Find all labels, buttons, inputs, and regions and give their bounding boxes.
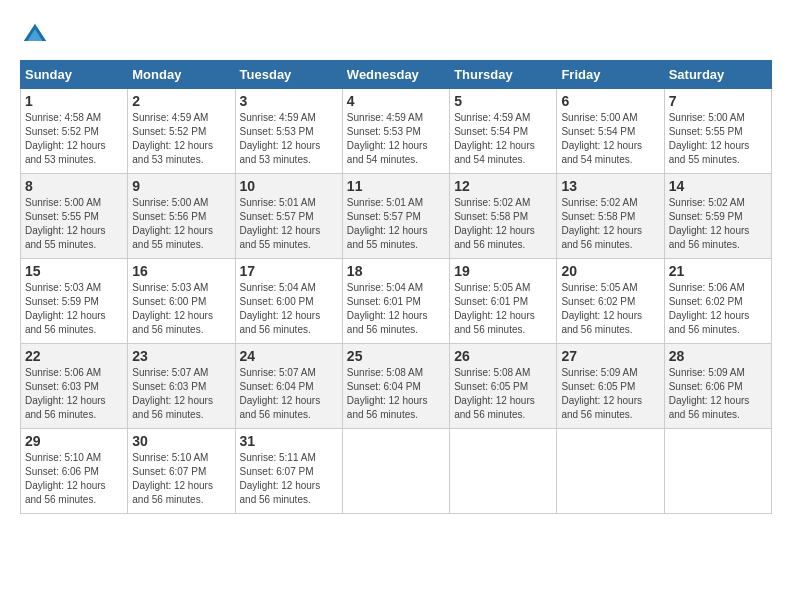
day-info: Sunrise: 5:08 AM Sunset: 6:05 PM Dayligh…: [454, 366, 552, 422]
day-info: Sunrise: 5:09 AM Sunset: 6:05 PM Dayligh…: [561, 366, 659, 422]
day-number: 4: [347, 93, 445, 109]
day-number: 15: [25, 263, 123, 279]
day-number: 18: [347, 263, 445, 279]
day-number: 12: [454, 178, 552, 194]
calendar-cell: 8 Sunrise: 5:00 AM Sunset: 5:55 PM Dayli…: [21, 174, 128, 259]
day-number: 9: [132, 178, 230, 194]
day-info: Sunrise: 5:01 AM Sunset: 5:57 PM Dayligh…: [347, 196, 445, 252]
calendar-cell: 19 Sunrise: 5:05 AM Sunset: 6:01 PM Dayl…: [450, 259, 557, 344]
day-info: Sunrise: 5:07 AM Sunset: 6:04 PM Dayligh…: [240, 366, 338, 422]
calendar-cell: [450, 429, 557, 514]
calendar-cell: 1 Sunrise: 4:58 AM Sunset: 5:52 PM Dayli…: [21, 89, 128, 174]
day-info: Sunrise: 5:09 AM Sunset: 6:06 PM Dayligh…: [669, 366, 767, 422]
calendar-cell: 9 Sunrise: 5:00 AM Sunset: 5:56 PM Dayli…: [128, 174, 235, 259]
day-number: 5: [454, 93, 552, 109]
calendar-cell: 27 Sunrise: 5:09 AM Sunset: 6:05 PM Dayl…: [557, 344, 664, 429]
calendar-cell: 22 Sunrise: 5:06 AM Sunset: 6:03 PM Dayl…: [21, 344, 128, 429]
week-row-1: 1 Sunrise: 4:58 AM Sunset: 5:52 PM Dayli…: [21, 89, 772, 174]
day-info: Sunrise: 5:00 AM Sunset: 5:56 PM Dayligh…: [132, 196, 230, 252]
calendar-cell: 21 Sunrise: 5:06 AM Sunset: 6:02 PM Dayl…: [664, 259, 771, 344]
day-info: Sunrise: 5:01 AM Sunset: 5:57 PM Dayligh…: [240, 196, 338, 252]
day-info: Sunrise: 5:11 AM Sunset: 6:07 PM Dayligh…: [240, 451, 338, 507]
calendar-cell: 11 Sunrise: 5:01 AM Sunset: 5:57 PM Dayl…: [342, 174, 449, 259]
day-info: Sunrise: 4:59 AM Sunset: 5:54 PM Dayligh…: [454, 111, 552, 167]
logo-icon: [20, 20, 50, 50]
calendar-cell: 25 Sunrise: 5:08 AM Sunset: 6:04 PM Dayl…: [342, 344, 449, 429]
day-info: Sunrise: 5:02 AM Sunset: 5:58 PM Dayligh…: [561, 196, 659, 252]
calendar-cell: 20 Sunrise: 5:05 AM Sunset: 6:02 PM Dayl…: [557, 259, 664, 344]
day-number: 29: [25, 433, 123, 449]
calendar-cell: 6 Sunrise: 5:00 AM Sunset: 5:54 PM Dayli…: [557, 89, 664, 174]
day-number: 17: [240, 263, 338, 279]
week-row-2: 8 Sunrise: 5:00 AM Sunset: 5:55 PM Dayli…: [21, 174, 772, 259]
week-row-5: 29 Sunrise: 5:10 AM Sunset: 6:06 PM Dayl…: [21, 429, 772, 514]
day-number: 2: [132, 93, 230, 109]
day-info: Sunrise: 5:04 AM Sunset: 6:00 PM Dayligh…: [240, 281, 338, 337]
header: [20, 20, 772, 50]
weekday-header-friday: Friday: [557, 61, 664, 89]
week-row-4: 22 Sunrise: 5:06 AM Sunset: 6:03 PM Dayl…: [21, 344, 772, 429]
calendar-cell: 2 Sunrise: 4:59 AM Sunset: 5:52 PM Dayli…: [128, 89, 235, 174]
day-number: 20: [561, 263, 659, 279]
day-info: Sunrise: 5:00 AM Sunset: 5:55 PM Dayligh…: [669, 111, 767, 167]
day-info: Sunrise: 5:05 AM Sunset: 6:01 PM Dayligh…: [454, 281, 552, 337]
calendar-cell: 26 Sunrise: 5:08 AM Sunset: 6:05 PM Dayl…: [450, 344, 557, 429]
calendar-cell: 13 Sunrise: 5:02 AM Sunset: 5:58 PM Dayl…: [557, 174, 664, 259]
calendar-table: SundayMondayTuesdayWednesdayThursdayFrid…: [20, 60, 772, 514]
day-number: 24: [240, 348, 338, 364]
day-number: 25: [347, 348, 445, 364]
day-number: 8: [25, 178, 123, 194]
calendar-cell: 23 Sunrise: 5:07 AM Sunset: 6:03 PM Dayl…: [128, 344, 235, 429]
day-info: Sunrise: 4:59 AM Sunset: 5:53 PM Dayligh…: [240, 111, 338, 167]
day-info: Sunrise: 5:06 AM Sunset: 6:03 PM Dayligh…: [25, 366, 123, 422]
weekday-header-saturday: Saturday: [664, 61, 771, 89]
day-number: 7: [669, 93, 767, 109]
calendar-cell: [557, 429, 664, 514]
day-info: Sunrise: 5:02 AM Sunset: 5:59 PM Dayligh…: [669, 196, 767, 252]
day-number: 14: [669, 178, 767, 194]
day-info: Sunrise: 5:03 AM Sunset: 6:00 PM Dayligh…: [132, 281, 230, 337]
calendar-cell: 16 Sunrise: 5:03 AM Sunset: 6:00 PM Dayl…: [128, 259, 235, 344]
logo: [20, 20, 54, 50]
calendar-cell: [342, 429, 449, 514]
weekday-header-row: SundayMondayTuesdayWednesdayThursdayFrid…: [21, 61, 772, 89]
day-number: 1: [25, 93, 123, 109]
day-number: 22: [25, 348, 123, 364]
day-number: 31: [240, 433, 338, 449]
week-row-3: 15 Sunrise: 5:03 AM Sunset: 5:59 PM Dayl…: [21, 259, 772, 344]
day-number: 27: [561, 348, 659, 364]
day-info: Sunrise: 5:03 AM Sunset: 5:59 PM Dayligh…: [25, 281, 123, 337]
weekday-header-sunday: Sunday: [21, 61, 128, 89]
day-info: Sunrise: 5:00 AM Sunset: 5:54 PM Dayligh…: [561, 111, 659, 167]
weekday-header-monday: Monday: [128, 61, 235, 89]
day-info: Sunrise: 4:59 AM Sunset: 5:53 PM Dayligh…: [347, 111, 445, 167]
day-number: 23: [132, 348, 230, 364]
day-number: 11: [347, 178, 445, 194]
day-info: Sunrise: 5:10 AM Sunset: 6:06 PM Dayligh…: [25, 451, 123, 507]
day-info: Sunrise: 5:02 AM Sunset: 5:58 PM Dayligh…: [454, 196, 552, 252]
day-info: Sunrise: 5:04 AM Sunset: 6:01 PM Dayligh…: [347, 281, 445, 337]
calendar-cell: 10 Sunrise: 5:01 AM Sunset: 5:57 PM Dayl…: [235, 174, 342, 259]
day-info: Sunrise: 5:08 AM Sunset: 6:04 PM Dayligh…: [347, 366, 445, 422]
day-info: Sunrise: 5:07 AM Sunset: 6:03 PM Dayligh…: [132, 366, 230, 422]
day-info: Sunrise: 5:10 AM Sunset: 6:07 PM Dayligh…: [132, 451, 230, 507]
calendar-cell: 17 Sunrise: 5:04 AM Sunset: 6:00 PM Dayl…: [235, 259, 342, 344]
weekday-header-wednesday: Wednesday: [342, 61, 449, 89]
calendar-cell: 29 Sunrise: 5:10 AM Sunset: 6:06 PM Dayl…: [21, 429, 128, 514]
calendar-cell: 24 Sunrise: 5:07 AM Sunset: 6:04 PM Dayl…: [235, 344, 342, 429]
day-number: 26: [454, 348, 552, 364]
calendar-cell: 30 Sunrise: 5:10 AM Sunset: 6:07 PM Dayl…: [128, 429, 235, 514]
day-number: 28: [669, 348, 767, 364]
calendar-cell: 12 Sunrise: 5:02 AM Sunset: 5:58 PM Dayl…: [450, 174, 557, 259]
day-info: Sunrise: 5:05 AM Sunset: 6:02 PM Dayligh…: [561, 281, 659, 337]
day-number: 16: [132, 263, 230, 279]
day-number: 10: [240, 178, 338, 194]
day-info: Sunrise: 4:58 AM Sunset: 5:52 PM Dayligh…: [25, 111, 123, 167]
day-number: 6: [561, 93, 659, 109]
day-info: Sunrise: 4:59 AM Sunset: 5:52 PM Dayligh…: [132, 111, 230, 167]
calendar-cell: 31 Sunrise: 5:11 AM Sunset: 6:07 PM Dayl…: [235, 429, 342, 514]
calendar-cell: 7 Sunrise: 5:00 AM Sunset: 5:55 PM Dayli…: [664, 89, 771, 174]
weekday-header-thursday: Thursday: [450, 61, 557, 89]
calendar-cell: 15 Sunrise: 5:03 AM Sunset: 5:59 PM Dayl…: [21, 259, 128, 344]
day-info: Sunrise: 5:06 AM Sunset: 6:02 PM Dayligh…: [669, 281, 767, 337]
